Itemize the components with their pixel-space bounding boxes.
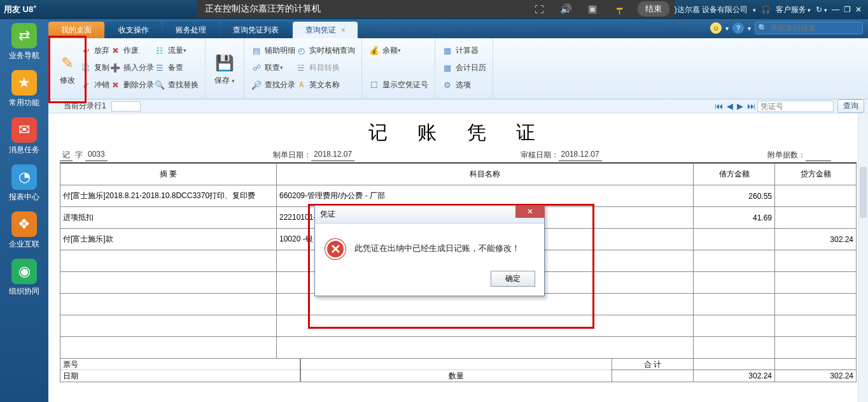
cell-credit[interactable] bbox=[775, 185, 857, 207]
sound-icon[interactable]: 🔊 bbox=[552, 3, 579, 15]
customer-service-dropdown[interactable]: 客户服务 bbox=[776, 4, 811, 15]
copy-button[interactable]: ⿻复制 bbox=[80, 59, 109, 76]
cell-summary[interactable] bbox=[60, 315, 277, 337]
tab-close-icon[interactable]: × bbox=[341, 26, 345, 34]
options-button[interactable]: ⚙选项 bbox=[442, 76, 486, 93]
cell-credit[interactable] bbox=[775, 272, 857, 294]
cell-credit[interactable]: 302.24 bbox=[775, 229, 857, 250]
modify-button[interactable]: ✎ 修改 bbox=[57, 41, 78, 97]
cell-subject[interactable] bbox=[277, 315, 694, 337]
sidebar-item-msg[interactable]: ✉消息任务 bbox=[3, 117, 45, 155]
cell-debit[interactable] bbox=[694, 294, 775, 315]
nav-first-button[interactable]: ⏮ bbox=[715, 101, 723, 111]
realtime-query-button[interactable]: ◴实时核销查询 bbox=[295, 42, 355, 59]
scrollbar-thumb[interactable] bbox=[860, 167, 867, 218]
table-row[interactable] bbox=[60, 315, 857, 337]
tab-query-list[interactable]: 查询凭证列表 bbox=[220, 22, 291, 38]
cell-subject[interactable] bbox=[277, 337, 694, 359]
show-empty-button[interactable]: ☐显示空凭证号 bbox=[368, 76, 428, 93]
aux-detail-button[interactable]: ▤辅助明细 bbox=[251, 42, 295, 59]
cell-summary[interactable] bbox=[60, 337, 277, 359]
chongxiao-icon: ↙ bbox=[80, 79, 92, 90]
tab-desktop[interactable]: 我的桌面 bbox=[48, 22, 104, 38]
sidebar-item-common[interactable]: ★常用功能 bbox=[3, 70, 45, 108]
zuofei-button[interactable]: ✖作废 bbox=[109, 42, 154, 59]
cell-debit[interactable] bbox=[694, 272, 775, 294]
fullscreen-icon[interactable]: ⛶ bbox=[526, 4, 552, 15]
error-icon: ✕ bbox=[325, 239, 346, 259]
cell-credit[interactable] bbox=[775, 294, 857, 315]
delete-entry-button[interactable]: ✖删除分录 bbox=[109, 76, 154, 93]
table-row[interactable] bbox=[60, 294, 857, 315]
cell-summary[interactable]: 进项抵扣 bbox=[60, 207, 277, 229]
save-button[interactable]: 💾 保存 bbox=[214, 41, 235, 97]
company-dropdown[interactable] bbox=[753, 5, 756, 14]
cell-debit[interactable] bbox=[694, 315, 775, 337]
close-button[interactable]: ✕ bbox=[853, 5, 864, 14]
query-button[interactable]: 查询 bbox=[837, 99, 864, 113]
vertical-scrollbar[interactable] bbox=[858, 113, 868, 402]
find-entry-button[interactable]: 🔎查找分录 bbox=[251, 76, 295, 93]
maximize-button[interactable]: ❐ bbox=[841, 5, 853, 14]
nav-last-button[interactable]: ⏭ bbox=[747, 101, 755, 111]
english-name-button[interactable]: Ａ英文名称 bbox=[295, 76, 355, 93]
smiley-dropdown[interactable]: ▾ bbox=[725, 25, 729, 32]
cell-credit[interactable] bbox=[775, 337, 857, 359]
barcode-search[interactable]: 🔍 bbox=[755, 22, 863, 34]
balance-button[interactable]: 💰余额 bbox=[368, 42, 428, 59]
sidebar-item-org[interactable]: ◉组织协同 bbox=[3, 259, 45, 297]
cell-debit[interactable]: 260.55 bbox=[694, 185, 775, 207]
find-replace-button[interactable]: 🔍查找替换 bbox=[154, 76, 199, 93]
screen-icon[interactable]: ▣ bbox=[579, 3, 606, 15]
calculator-button[interactable]: ▦计算器 bbox=[442, 42, 486, 59]
flow-button[interactable]: ☷流量 bbox=[154, 42, 199, 59]
cell-subject[interactable] bbox=[277, 294, 694, 315]
minimize-button[interactable]: — bbox=[830, 5, 841, 14]
refresh-dropdown[interactable]: ↻ bbox=[816, 5, 827, 14]
tab-shouzi[interactable]: 收支操作 bbox=[106, 22, 162, 38]
tab-strip: 我的桌面 收支操作 账务处理 查询凭证列表 查询凭证× ☺▾ ?▾ 🔍 bbox=[0, 19, 868, 38]
lianzha-button[interactable]: ☍联查 bbox=[251, 59, 295, 76]
nav-prev-button[interactable]: ◀ bbox=[727, 101, 733, 111]
sidebar-item-nav[interactable]: ⇄业务导航 bbox=[3, 23, 45, 61]
pin-icon[interactable]: ┯ bbox=[606, 3, 633, 15]
dialog-titlebar[interactable]: 凭证 ✕ bbox=[315, 206, 544, 224]
voucher-no-input[interactable] bbox=[757, 101, 834, 112]
abandon-button[interactable]: ↩放弃 bbox=[80, 42, 109, 59]
options-icon: ⚙ bbox=[442, 79, 453, 90]
cell-debit[interactable] bbox=[694, 337, 775, 359]
chongxiao-button[interactable]: ↙冲销 bbox=[80, 76, 109, 93]
cell-credit[interactable] bbox=[775, 250, 857, 272]
nav-next-button[interactable]: ▶ bbox=[737, 101, 743, 111]
dialog-ok-button[interactable]: 确定 bbox=[491, 271, 535, 287]
insert-entry-button[interactable]: ➕插入分录 bbox=[109, 59, 154, 76]
accounting-calendar-button[interactable]: ▦会计日历 bbox=[442, 59, 486, 76]
cell-summary[interactable]: 付[富士施乐]2018.8.21-2018.10.8DCC3370打印、复印费 bbox=[60, 185, 277, 207]
delete-icon: ✖ bbox=[109, 79, 121, 90]
cell-debit[interactable]: 41.69 bbox=[694, 207, 775, 229]
subject-convert-button[interactable]: ☱科目转换 bbox=[295, 59, 355, 76]
cell-summary[interactable] bbox=[60, 250, 277, 272]
cell-subject[interactable]: 660209-管理费用/办公费 - 厂部 bbox=[277, 185, 694, 207]
cell-debit[interactable] bbox=[694, 229, 775, 250]
cell-debit[interactable] bbox=[694, 250, 775, 272]
cell-credit[interactable] bbox=[775, 207, 857, 229]
help-dropdown[interactable]: ▾ bbox=[748, 25, 751, 32]
review-button[interactable]: ☰备查 bbox=[154, 59, 199, 76]
dialog-close-button[interactable]: ✕ bbox=[515, 205, 545, 218]
cell-summary[interactable] bbox=[60, 272, 277, 294]
help-icon[interactable]: ? bbox=[732, 22, 744, 34]
tab-zhangwu[interactable]: 账务处理 bbox=[163, 22, 219, 38]
smiley-icon[interactable]: ☺ bbox=[710, 22, 722, 34]
end-session-button[interactable]: 结束 bbox=[638, 1, 669, 17]
cell-credit[interactable] bbox=[775, 315, 857, 337]
cell-summary[interactable] bbox=[60, 294, 277, 315]
sidebar-item-enterprise[interactable]: ❖企业互联 bbox=[3, 212, 45, 250]
table-row[interactable] bbox=[60, 337, 857, 359]
cell-summary[interactable]: 付[富士施乐]款 bbox=[60, 229, 277, 250]
zi-label: 字 bbox=[75, 150, 83, 161]
tab-query-voucher[interactable]: 查询凭证× bbox=[293, 22, 358, 38]
barcode-search-input[interactable] bbox=[770, 24, 859, 32]
table-row[interactable]: 付[富士施乐]2018.8.21-2018.10.8DCC3370打印、复印费6… bbox=[60, 185, 857, 207]
sidebar-item-report[interactable]: ◔报表中心 bbox=[3, 164, 45, 203]
